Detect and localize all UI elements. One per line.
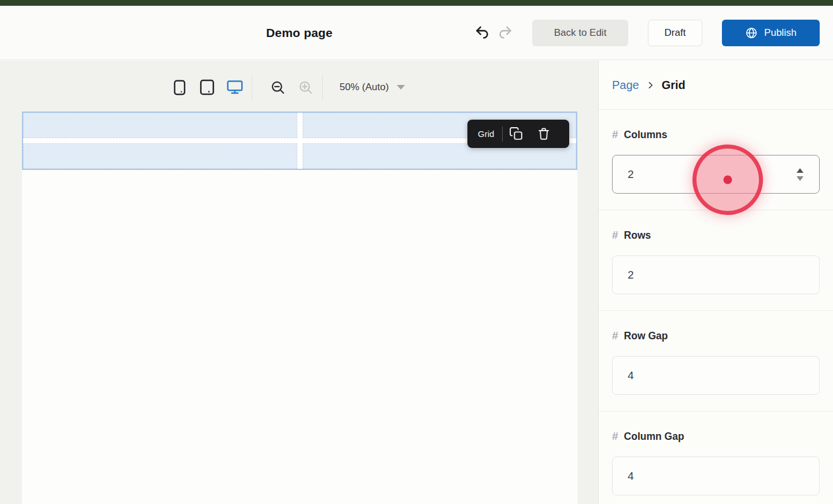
breadcrumb-page-link[interactable]: Page <box>612 79 639 92</box>
zoom-in-icon <box>298 80 314 95</box>
delete-button[interactable] <box>530 120 557 148</box>
breadcrumb-current: Grid <box>662 79 685 92</box>
undo-icon <box>474 25 490 40</box>
chevron-down-icon <box>397 85 405 90</box>
duplicate-icon <box>509 127 524 141</box>
grid-cell[interactable] <box>23 113 297 138</box>
field-label: Rows <box>624 229 651 242</box>
redo-icon <box>497 25 513 40</box>
zoom-in-button[interactable] <box>292 75 319 100</box>
column-gap-input[interactable] <box>612 457 820 495</box>
columns-input[interactable] <box>612 155 820 194</box>
field-label: Columns <box>624 129 668 141</box>
toolbar-divider <box>252 75 252 100</box>
trash-icon <box>537 127 551 141</box>
zoom-level-label: 50% (Auto) <box>340 81 389 93</box>
back-to-edit-button[interactable]: Back to Edit <box>532 20 628 46</box>
undo-button[interactable] <box>474 25 490 41</box>
main-area: 50% (Auto) Grid <box>0 61 833 504</box>
chevron-right-icon <box>646 80 655 90</box>
hash-icon: # <box>612 430 618 443</box>
desktop-icon <box>227 80 243 95</box>
field-section-columns: # Columns <box>599 110 833 210</box>
redo-button[interactable] <box>497 25 513 41</box>
field-section-column-gap: # Column Gap <box>599 412 833 504</box>
draft-button[interactable]: Draft <box>648 20 702 46</box>
zoom-out-button[interactable] <box>264 75 292 100</box>
breadcrumb: Page Grid <box>599 61 833 110</box>
field-section-rows: # Rows <box>599 210 833 311</box>
toolbar-divider <box>322 75 323 100</box>
zoom-level-dropdown[interactable]: 50% (Auto) <box>340 81 405 93</box>
element-toolbar: Grid <box>467 120 569 148</box>
tablet-icon <box>200 79 215 95</box>
top-accent-bar <box>0 0 833 6</box>
canvas-area: 50% (Auto) Grid <box>0 61 599 504</box>
stepper-up-button[interactable] <box>797 168 803 173</box>
publish-button[interactable]: Publish <box>722 20 820 46</box>
rows-input[interactable] <box>612 255 820 294</box>
columns-stepper <box>797 168 803 181</box>
publish-button-label: Publish <box>764 27 797 39</box>
canvas-toolbar: 50% (Auto) <box>165 75 405 100</box>
field-section-row-gap: # Row Gap <box>599 311 833 412</box>
hash-icon: # <box>612 229 618 242</box>
settings-sidebar: Page Grid # Columns # Rows <box>599 61 833 504</box>
grid-cell[interactable] <box>23 143 297 169</box>
app-header: Demo page Back to Edit Draft Publish <box>0 6 833 60</box>
field-label: Column Gap <box>624 431 684 443</box>
header-actions: Back to Edit Draft Publish <box>474 20 820 46</box>
globe-icon <box>745 27 758 39</box>
mobile-icon <box>173 80 186 95</box>
element-label: Grid <box>467 129 502 139</box>
device-tablet-button[interactable] <box>193 75 221 100</box>
duplicate-button[interactable] <box>503 120 530 148</box>
stepper-down-button[interactable] <box>797 176 803 181</box>
hash-icon: # <box>612 329 618 342</box>
page-canvas[interactable] <box>22 112 577 504</box>
field-label: Row Gap <box>624 330 668 342</box>
device-desktop-button[interactable] <box>221 75 249 100</box>
row-gap-input[interactable] <box>612 356 820 395</box>
hash-icon: # <box>612 128 618 141</box>
zoom-out-icon <box>270 80 286 95</box>
device-mobile-button[interactable] <box>165 75 193 100</box>
